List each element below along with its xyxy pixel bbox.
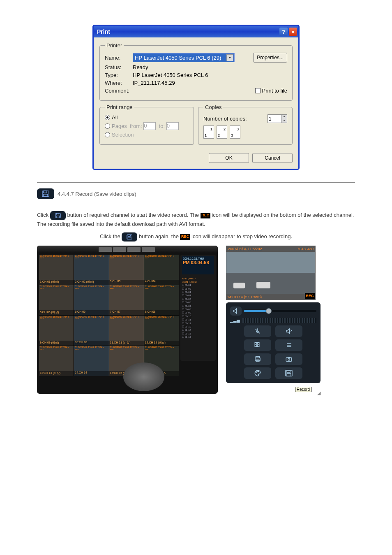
selection-label: Selection [112,132,134,138]
print-button[interactable] [244,353,271,365]
stepper-down-icon[interactable]: ▼ [281,119,287,123]
copies-label: Number of copies: [203,116,247,122]
type-label: Type: [105,72,133,78]
cell-timestamp: 01/06/2007 15:01:17 704 x 480 [109,316,144,319]
camera-cell[interactable]: 01/06/2007 15:01:17 704 x 4806:CH 06 [74,285,108,315]
properties-button[interactable]: Properties... [253,53,287,63]
camera-cell[interactable]: 01/06/2007 15:01:17 704 x 4808:CH 08 [144,285,179,315]
tree-channel[interactable]: ☐ CH01 [182,283,214,287]
camera-cell[interactable]: 01/06/2007 15:01:17 704 x 4803:CH 03 [109,255,144,285]
tooltip: Record [295,387,311,392]
tree-channel[interactable]: ☐ CH10 [182,315,214,318]
copies-input[interactable] [268,115,281,123]
copies-stepper[interactable]: ▲▼ [267,114,287,123]
tree-channel[interactable]: ☐ CH08 [182,308,214,311]
camera-cell[interactable]: 01/06/2007 15:01:17 704 x 4802:CH 02 (비상… [74,255,108,285]
list-button[interactable] [275,339,302,351]
svg-rect-26 [287,374,291,376]
svg-point-22 [257,371,258,372]
from-input[interactable]: 0 [143,122,156,130]
cell-timestamp: 01/06/2007 15:01:17 704 x 480 [39,285,74,289]
camera-cell[interactable]: 01/06/2007 15:01:17 704 x 48013:CH 13 (비… [39,346,74,376]
dvr-tab[interactable] [142,247,155,252]
dvr-tab[interactable] [113,247,126,252]
camera-grid: 01/06/2007 15:01:17 704 x 4801:CH 01 (비상… [39,255,179,376]
record-button-sample [37,188,54,199]
dvr-tab[interactable] [99,247,112,252]
camera-cell[interactable]: 01/06/2007 15:01:17 704 x 48010:CH 10 [74,316,108,346]
cell-timestamp: 01/06/2007 15:01:17 704 x 480 [39,255,74,258]
to-input[interactable]: 0 [166,122,179,130]
tree-channel[interactable]: ☐ CH13 [182,325,214,328]
paragraph-1: Click button of required channel to star… [37,211,355,228]
cancel-button[interactable]: Cancel [252,153,293,163]
stepper-up-icon[interactable]: ▲ [281,115,287,119]
svg-rect-1 [44,191,47,193]
printer-group: Printer Name: HP LaserJet 4050 Series PC… [99,42,293,101]
print-to-file-checkbox[interactable] [255,88,261,93]
audio-level-meter [242,318,316,323]
ok-button[interactable]: OK [209,153,249,163]
svg-rect-11 [255,345,257,347]
tree-channel[interactable]: ☐ CH06 [182,301,214,304]
tree-channel[interactable]: ☐ CH14 [182,328,214,332]
printer-selected: HP LaserJet 4050 Series PCL 6 (29) [135,55,221,61]
color-button[interactable] [244,367,271,379]
camera-cell[interactable]: 01/06/2007 15:01:17 704 x 4804:CH 04 [144,255,179,285]
speaker-cycle-button[interactable] [275,325,302,337]
tree-channel[interactable]: ☐ CH12 [182,322,214,325]
cell-label: 3:CH 03 [109,280,144,285]
tree-channel[interactable]: ☐ CH16 [182,335,214,339]
svg-point-21 [256,372,257,373]
copies-legend: Copies [203,104,223,110]
divider [37,205,355,205]
tree-channel[interactable]: ☐ CH07 [182,304,214,308]
close-icon[interactable]: × [289,28,297,36]
radio-selection[interactable] [105,132,110,137]
speaker-icon[interactable] [230,307,242,316]
camera-cell[interactable]: 01/06/2007 15:01:17 704 x 48012:CH 12 (비… [144,316,179,346]
help-icon[interactable]: ? [279,28,288,36]
tree-channel[interactable]: ☐ CH15 [182,332,214,335]
snapshot-button[interactable] [275,353,302,365]
printer-select[interactable]: HP LaserJet 4050 Series PCL 6 (29) ▼ [133,53,235,62]
radio-pages[interactable] [105,123,110,129]
mic-mute-button[interactable] [244,325,271,337]
status-value: Ready [133,64,148,70]
svg-rect-8 [128,237,131,239]
cell-timestamp: 01/06/2007 15:01:17 704 x 480 [144,285,179,289]
record-button[interactable] [275,367,302,379]
tree-channel[interactable]: ☐ CH04 [182,294,214,297]
tree-channel[interactable]: ☐ CH11 [182,318,214,321]
svg-point-20 [288,358,290,360]
cell-timestamp: 01/06/2007 15:01:17 704 x 480 [144,255,179,258]
tree-channel[interactable]: ☐ CH05 [182,297,214,301]
cell-timestamp: 01/06/2007 15:01:17 704 x 480 [109,346,144,350]
cell-timestamp: 01/06/2007 15:01:17 704 x 480 [144,316,179,319]
volume-slider[interactable] [244,310,316,312]
cell-label: 7:CH 07 [109,310,144,315]
camera-cell[interactable]: 01/06/2007 15:01:17 704 x 48011:CH 11 (비… [109,316,144,346]
tree-channel[interactable]: ☐ CH03 [182,290,214,294]
camera-cell[interactable]: 01/06/2007 15:01:17 704 x 4809:CH 09 (비상… [39,316,74,346]
layout-button[interactable] [244,339,271,351]
resize-grip-icon[interactable]: ◢ [317,390,324,397]
cell-label: 2:CH 02 (비상) [74,280,108,285]
tree-channel[interactable]: ☐ CH02 [182,287,214,290]
svg-rect-19 [286,358,292,361]
camera-cell[interactable]: 01/06/2007 15:01:17 704 x 4805:CH 05 (비상… [39,285,74,315]
cell-timestamp: 01/06/2007 15:01:17 704 x 480 [39,316,74,319]
record-button-inline[interactable] [50,211,66,220]
cell-label: 9:CH 09 (비상) [39,341,74,346]
comment-label: Comment: [105,88,133,94]
dvr-tab[interactable] [127,247,141,252]
chevron-down-icon[interactable]: ▼ [226,54,233,61]
preview-scene [226,252,315,294]
tree-channel[interactable]: ☐ CH09 [182,311,214,314]
camera-cell[interactable]: 01/06/2007 15:01:17 704 x 4807:CH 07 [109,285,144,315]
ptz-joystick-icon[interactable] [123,362,164,391]
radio-all[interactable] [105,115,110,120]
camera-cell[interactable]: 01/06/2007 15:01:17 704 x 4801:CH 01 (비상… [39,255,74,285]
camera-cell[interactable]: 01/06/2007 15:01:17 704 x 48014:CH 14 [74,346,108,376]
record-button-inline[interactable] [122,232,137,242]
